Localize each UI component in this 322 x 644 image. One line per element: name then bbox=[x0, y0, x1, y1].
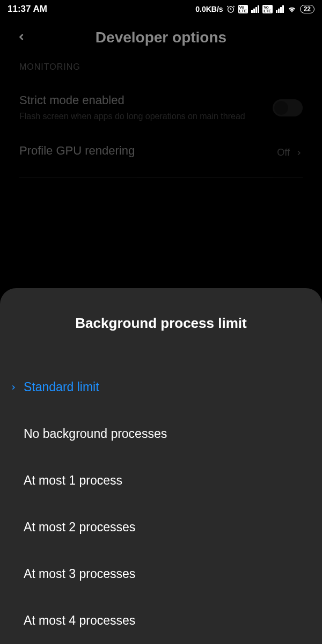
alarm-icon bbox=[226, 5, 235, 13]
volte-icon-2: VoLTE bbox=[262, 5, 273, 13]
divider bbox=[19, 177, 303, 178]
bottom-sheet: Background process limit Standard limitN… bbox=[0, 288, 322, 644]
status-bar: 11:37 AM 0.0KB/s VoLTE VoLTE 22 bbox=[0, 0, 322, 18]
volte-icon: VoLTE bbox=[238, 5, 248, 13]
battery-icon: 22 bbox=[300, 5, 314, 13]
option-label: At most 1 process bbox=[24, 473, 122, 488]
data-speed: 0.0KB/s bbox=[195, 5, 223, 13]
option-item-4[interactable]: At most 3 processes bbox=[0, 551, 322, 597]
setting-value: Off bbox=[277, 147, 290, 158]
strict-mode-toggle[interactable] bbox=[273, 99, 303, 116]
option-label: No background processes bbox=[24, 427, 167, 441]
toggle-knob bbox=[274, 101, 288, 115]
sheet-title: Background process limit bbox=[0, 315, 322, 332]
option-label: At most 4 processes bbox=[24, 613, 135, 628]
chevron-right-icon bbox=[295, 145, 303, 160]
wifi-icon bbox=[287, 4, 297, 14]
setting-strict-mode[interactable]: Strict mode enabled Flash screen when ap… bbox=[19, 93, 303, 122]
setting-title: Profile GPU rendering bbox=[19, 144, 135, 158]
option-item-3[interactable]: At most 2 processes bbox=[0, 504, 322, 551]
chevron-right-icon bbox=[10, 380, 21, 394]
status-time: 11:37 AM bbox=[8, 4, 47, 14]
option-label: Standard limit bbox=[24, 380, 99, 394]
status-right: 0.0KB/s VoLTE VoLTE 22 bbox=[195, 4, 314, 14]
page-title: Developer options bbox=[11, 29, 311, 46]
signal-icon-2 bbox=[276, 5, 284, 13]
option-label: At most 2 processes bbox=[24, 520, 135, 535]
option-item-1[interactable]: No background processes bbox=[0, 411, 322, 457]
setting-gpu-rendering[interactable]: Profile GPU rendering Off bbox=[19, 144, 303, 161]
settings-content: MONITORING Strict mode enabled Flash scr… bbox=[0, 62, 322, 178]
setting-title: Strict mode enabled bbox=[19, 93, 273, 107]
page-header: Developer options bbox=[0, 18, 322, 62]
back-button[interactable] bbox=[16, 29, 27, 46]
signal-icon bbox=[251, 5, 259, 13]
option-item-5[interactable]: At most 4 processes bbox=[0, 597, 322, 644]
option-item-0[interactable]: Standard limit bbox=[0, 364, 322, 411]
setting-subtitle: Flash screen when apps do long operation… bbox=[19, 111, 273, 122]
option-item-2[interactable]: At most 1 process bbox=[0, 457, 322, 504]
option-label: At most 3 processes bbox=[24, 567, 135, 581]
section-label: MONITORING bbox=[19, 62, 303, 72]
